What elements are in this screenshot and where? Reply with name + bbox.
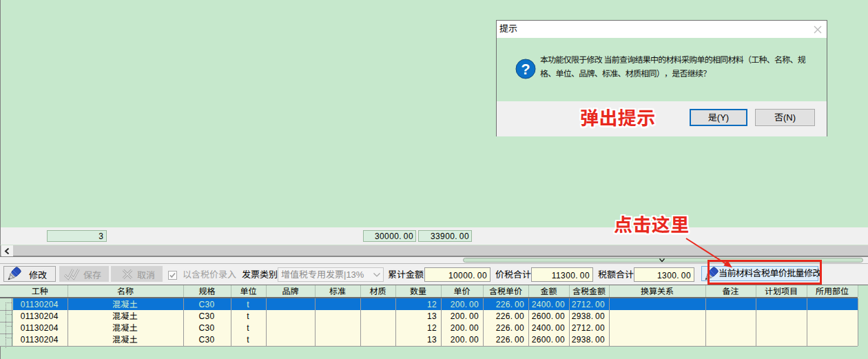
svg-text:?: ? xyxy=(521,61,530,78)
